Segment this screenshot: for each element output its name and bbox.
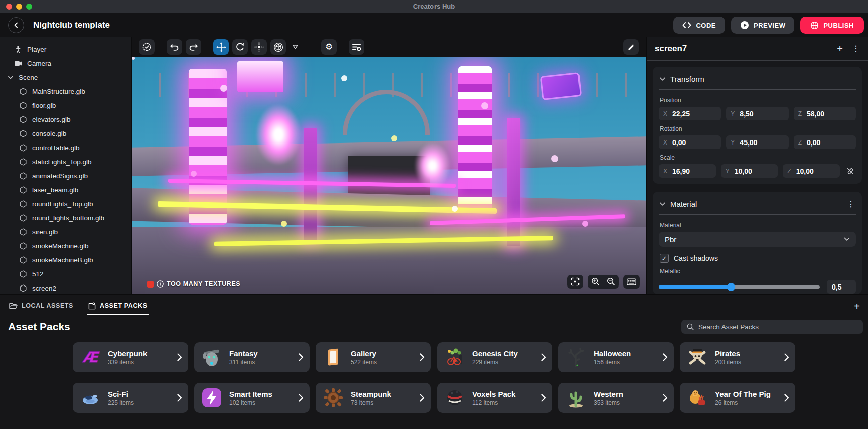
undo-button[interactable] [167, 39, 182, 55]
asset-pack-card[interactable]: Year Of The Pig 26 items [680, 383, 795, 413]
scene-entity-item[interactable]: smokeMachineB.glb [0, 253, 131, 267]
asset-pack-card[interactable]: Smart Items 102 items [194, 383, 310, 413]
preview-button[interactable]: PREVIEW [731, 17, 794, 34]
badge-check-button[interactable] [139, 39, 155, 55]
asset-pack-card[interactable]: Fantasy 311 items [194, 342, 310, 372]
material-menu-button[interactable]: ⋮ [847, 200, 855, 208]
search-icon [687, 323, 694, 330]
rotation-x-input[interactable]: X0,00 [659, 135, 721, 149]
entity-hexagon-icon [19, 270, 27, 278]
creators-hub-window: Creators Hub Nightclub template CODE PRE… [0, 0, 868, 429]
publish-button[interactable]: PUBLISH [800, 17, 864, 34]
asset-pack-card[interactable]: Æ Cyberpunk 339 items [73, 342, 188, 372]
cube-tool-button[interactable] [270, 39, 286, 55]
material-type-select[interactable]: Pbr [659, 232, 856, 247]
keyboard-shortcuts-button[interactable] [623, 275, 640, 289]
metallic-slider-thumb[interactable] [727, 283, 735, 291]
tree-item-camera[interactable]: Camera [0, 56, 131, 70]
tab-asset-packs[interactable]: ASSET PACKS [87, 298, 149, 315]
chevron-down-icon [7, 76, 15, 79]
rotation-y-input[interactable]: Y45,00 [726, 135, 788, 149]
position-y-input[interactable]: Y8,50 [726, 107, 788, 120]
search-asset-packs-input[interactable] [698, 323, 857, 331]
entity-menu-button[interactable]: ⋮ [852, 45, 860, 53]
scale-z-input[interactable]: Z10,00 [783, 164, 840, 178]
entity-hexagon-icon [19, 214, 27, 222]
scene-entity-item[interactable]: controlTable.glb [0, 140, 131, 155]
snap-settings-button[interactable] [349, 39, 364, 55]
rotation-z-input[interactable]: Z0,00 [794, 135, 856, 149]
scene-entity-item[interactable]: staticLights_Top.glb [0, 155, 131, 169]
redo-button[interactable] [186, 39, 201, 55]
zoom-out-button[interactable] [603, 275, 619, 289]
asset-pack-name: Sci-Fi [108, 390, 134, 398]
scene-entity-item[interactable]: screen2 [0, 281, 131, 294]
tree-item-label: 512 [32, 270, 44, 278]
chevron-down-icon[interactable] [660, 202, 665, 206]
chevron-right-icon [177, 353, 182, 361]
scene-entity-item[interactable]: console.glb [0, 126, 131, 140]
code-button[interactable]: CODE [673, 17, 725, 34]
chevron-down-icon[interactable] [660, 77, 665, 81]
metallic-slider[interactable] [659, 283, 820, 291]
add-asset-button[interactable]: + [854, 301, 860, 311]
scene-entity-item[interactable]: elevators.glb [0, 112, 131, 126]
scene-entity-item[interactable]: round_lights_bottom.glb [0, 211, 131, 225]
viewport-3d-scene[interactable]: TOO MANY TEXTURES [132, 57, 646, 294]
chevron-left-icon [13, 22, 19, 28]
play-icon [740, 21, 749, 30]
voxels-pack-thumbnail [444, 387, 466, 409]
asset-pack-card[interactable]: Western 353 items [558, 383, 674, 413]
metallic-value-input[interactable]: 0,5 [827, 280, 856, 294]
asset-pack-card[interactable]: Voxels Pack 112 items [437, 383, 552, 413]
asset-pack-name: Western [594, 390, 623, 398]
scene-entity-item[interactable]: smokeMachine.glb [0, 239, 131, 253]
tree-item-label: controlTable.glb [32, 144, 80, 152]
edit-scene-button[interactable] [623, 39, 639, 55]
tree-item-scene[interactable]: Scene [0, 70, 131, 84]
entity-hexagon-icon [19, 102, 27, 109]
asset-pack-card[interactable]: Steampunk 73 items [316, 383, 431, 413]
scale-y-input[interactable]: Y10,00 [721, 164, 778, 178]
assets-panel: LOCAL ASSETS ASSET PACKS + Asset Packs Æ… [0, 294, 868, 429]
asset-pack-card[interactable]: Pirates 200 items [680, 342, 795, 372]
svg-text:Æ: Æ [82, 349, 100, 366]
back-button[interactable] [8, 17, 24, 33]
scene-entity-item[interactable]: MainStructure.glb [0, 84, 131, 98]
add-component-button[interactable]: + [837, 44, 843, 54]
center-camera-button[interactable] [567, 275, 583, 289]
asset-pack-card[interactable]: Sci-Fi 225 items [73, 383, 188, 413]
asset-pack-card[interactable]: Genesis City 229 items [437, 342, 552, 372]
tab-local-assets[interactable]: LOCAL ASSETS [8, 298, 74, 315]
asset-pack-card[interactable]: Gallery 522 items [316, 342, 431, 372]
scene-entity-item[interactable]: roundLights_Top.glb [0, 197, 131, 211]
smart-items-thumbnail [201, 387, 223, 409]
tab-label: LOCAL ASSETS [22, 302, 73, 309]
material-section-title: Material [670, 200, 697, 208]
scene-entity-item[interactable]: siren.glb [0, 225, 131, 239]
scale-x-input[interactable]: X16,90 [659, 164, 716, 178]
asset-pack-count: 353 items [594, 399, 623, 406]
cast-shadows-checkbox[interactable]: ✓ Cast shadows [660, 254, 855, 263]
rotate-tool-button[interactable] [232, 39, 248, 55]
scale-link-toggle[interactable] [845, 167, 856, 175]
asset-pack-name: Steampunk [351, 390, 391, 398]
scene-entity-item[interactable]: laser_beam.glb [0, 183, 131, 197]
position-z-input[interactable]: Z58,00 [794, 107, 856, 120]
scale-tool-button[interactable] [251, 39, 267, 55]
asset-pack-card[interactable]: Halloween 156 items [558, 342, 674, 372]
zoom-in-button[interactable] [588, 275, 603, 289]
scene-entity-item[interactable]: floor.glb [0, 98, 131, 112]
scene-entity-item[interactable]: 512 [0, 267, 131, 281]
metallic-value: 0,5 [832, 283, 841, 291]
tool-dropdown-button[interactable] [290, 39, 301, 55]
tree-item-label: round_lights_bottom.glb [32, 214, 104, 222]
settings-button[interactable]: ⚙ [321, 39, 337, 55]
position-x-input[interactable]: X22,25 [659, 107, 721, 120]
scene-entity-item[interactable]: animatedSigns.glb [0, 169, 131, 183]
move-tool-button[interactable] [213, 39, 229, 55]
genesis-city-thumbnail [444, 346, 466, 368]
asset-packs-heading: Asset Packs [8, 321, 70, 333]
tree-item-player[interactable]: Player [0, 42, 131, 56]
tree-item-label: siren.glb [32, 228, 58, 236]
